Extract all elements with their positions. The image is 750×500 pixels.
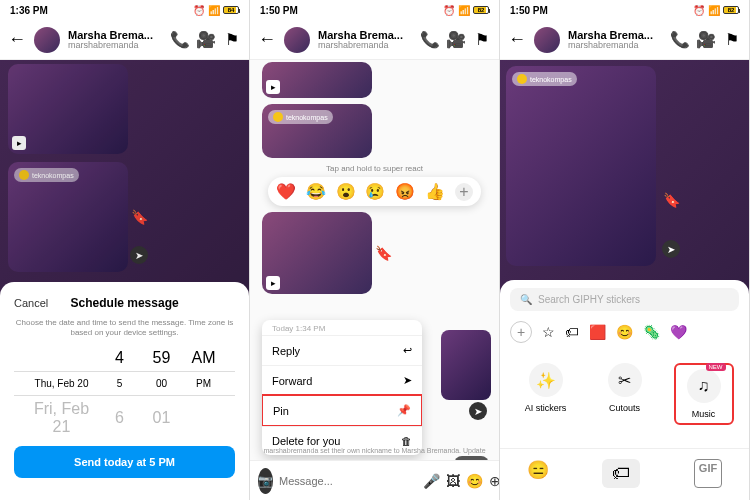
share-button[interactable]: ➤: [469, 402, 487, 420]
name-block[interactable]: Marsha Brema... marshabremanda: [318, 29, 413, 51]
name-block[interactable]: Marsha Brema... marshabremanda: [568, 29, 663, 51]
category-emoji-icon[interactable]: 😊: [616, 324, 633, 340]
share-button[interactable]: ➤: [662, 240, 680, 258]
flag-button[interactable]: ⚑: [473, 31, 491, 49]
reaction-sad[interactable]: 😢: [365, 182, 385, 201]
picker-row-selected[interactable]: Thu, Feb 20 5 00 PM: [14, 371, 235, 396]
forward-icon: ➤: [403, 374, 412, 387]
video-call-button[interactable]: 🎥: [197, 31, 215, 49]
add-button[interactable]: ⊕: [489, 473, 500, 489]
tab-gif[interactable]: GIF: [694, 459, 722, 488]
flag-button[interactable]: ⚑: [723, 31, 741, 49]
category-love-icon[interactable]: 💜: [670, 324, 687, 340]
category-nature-icon[interactable]: 🦠: [643, 324, 660, 340]
reel-message[interactable]: teknokompas: [262, 104, 372, 158]
category-star-icon[interactable]: ☆: [542, 324, 555, 340]
video-call-button[interactable]: 🎥: [697, 31, 715, 49]
sparkle-icon: ✨: [529, 363, 563, 397]
status-right: ⏰ 📶 82: [693, 5, 739, 16]
sticker-button[interactable]: 😊: [466, 473, 483, 489]
picker-row-prev[interactable]: 4 59 AM: [14, 349, 235, 367]
tab-avatar[interactable]: 😑: [527, 459, 549, 488]
drawer-tabs: 😑 🏷 GIF: [500, 448, 749, 500]
category-color-icon[interactable]: 🟥: [589, 324, 606, 340]
call-button[interactable]: 📞: [421, 31, 439, 49]
schedule-sheet: Cancel Schedule message Choose the date …: [0, 282, 249, 500]
status-bar: 1:50 PM ⏰ 📶 82: [500, 0, 749, 20]
clock: 1:50 PM: [510, 5, 548, 16]
reel-icon: ▸: [266, 80, 280, 94]
bookmark-icon[interactable]: 🔖: [375, 245, 392, 261]
display-name: Marsha Brema...: [68, 29, 163, 41]
flag-button[interactable]: ⚑: [223, 31, 241, 49]
context-timestamp: Today 1:34 PM: [262, 320, 422, 335]
system-message: marshabremanda set their own nickname to…: [250, 447, 499, 454]
message-composer: 📷 🎤 🖼 😊 ⊕: [250, 460, 499, 500]
reel-message-selected[interactable]: ▸ 🔖: [262, 212, 372, 294]
gallery-button[interactable]: 🖼: [446, 473, 460, 489]
add-category-button[interactable]: +: [510, 321, 532, 343]
reel-message[interactable]: ▸: [262, 62, 372, 98]
bookmark-icon[interactable]: 🔖: [663, 192, 680, 208]
status-right: ⏰ 📶 84: [193, 5, 239, 16]
username: marshabremanda: [318, 41, 413, 51]
feature-ai-stickers[interactable]: ✨ AI stickers: [516, 363, 576, 425]
camera-button[interactable]: 📷: [258, 468, 273, 494]
reply-icon: ↩: [403, 344, 412, 357]
reel-message[interactable]: teknokompas 🔖 ➤: [8, 162, 128, 272]
category-sticker-icon[interactable]: 🏷: [565, 324, 579, 340]
avatar[interactable]: [284, 27, 310, 53]
alarm-icon: ⏰: [193, 5, 205, 16]
call-button[interactable]: 📞: [171, 31, 189, 49]
avatar[interactable]: [34, 27, 60, 53]
feature-cutouts[interactable]: ✂ Cutouts: [595, 363, 655, 425]
wifi-icon: 📶: [208, 5, 220, 16]
bookmark-icon[interactable]: 🔖: [131, 209, 148, 225]
search-placeholder: Search GIPHY stickers: [538, 294, 640, 305]
feature-music[interactable]: NEW ♫ Music: [674, 363, 734, 425]
call-button[interactable]: 📞: [671, 31, 689, 49]
mic-button[interactable]: 🎤: [423, 473, 440, 489]
battery-icon: 84: [223, 6, 239, 14]
reaction-angry[interactable]: 😡: [395, 182, 415, 201]
reaction-hint: Tap and hold to super react: [250, 164, 499, 173]
reaction-bar: ❤️ 😂 😮 😢 😡 👍 +: [268, 177, 481, 206]
picker-hour: 5: [106, 378, 134, 389]
scissors-icon: ✂: [608, 363, 642, 397]
share-button[interactable]: ➤: [130, 246, 148, 264]
sticker-search[interactable]: 🔍 Search GIPHY stickers: [510, 288, 739, 311]
cancel-button[interactable]: Cancel: [14, 297, 48, 309]
picker-ampm: PM: [190, 378, 218, 389]
video-call-button[interactable]: 🎥: [447, 31, 465, 49]
reaction-add-button[interactable]: +: [455, 183, 473, 201]
reel-thumb[interactable]: ➤: [441, 330, 491, 400]
alarm-icon: ⏰: [693, 5, 705, 16]
reel-message[interactable]: teknokompas 🔖 ➤: [506, 66, 656, 266]
send-scheduled-button[interactable]: Send today at 5 PM: [14, 446, 235, 478]
reel-message[interactable]: ▸: [8, 64, 128, 154]
display-name: Marsha Brema...: [318, 29, 413, 41]
chat-header: ← Marsha Brema... marshabremanda 📞 🎥 ⚑: [0, 20, 249, 60]
chat-header: ← Marsha Brema... marshabremanda 📞 🎥 ⚑: [250, 20, 499, 60]
phone-pin-message: 1:50 PM ⏰ 📶 82 ← Marsha Brema... marshab…: [250, 0, 500, 500]
avatar[interactable]: [534, 27, 560, 53]
back-button[interactable]: ←: [508, 29, 526, 50]
tab-stickers[interactable]: 🏷: [602, 459, 640, 488]
menu-reply[interactable]: Reply ↩: [262, 335, 422, 365]
menu-forward[interactable]: Forward ➤: [262, 365, 422, 395]
reaction-wow[interactable]: 😮: [336, 182, 356, 201]
phone-sticker-music: 1:50 PM ⏰ 📶 82 ← Marsha Brema... marshab…: [500, 0, 750, 500]
status-right: ⏰ 📶 82: [443, 5, 489, 16]
pin-icon: 📌: [397, 404, 411, 417]
feature-row: ✨ AI stickers ✂ Cutouts NEW ♫ Music: [500, 347, 749, 435]
picker-row-next[interactable]: Fri, Feb 21 6 01: [14, 400, 235, 436]
reaction-thumbsup[interactable]: 👍: [425, 182, 445, 201]
reaction-heart[interactable]: ❤️: [276, 182, 296, 201]
reaction-laugh[interactable]: 😂: [306, 182, 326, 201]
back-button[interactable]: ←: [258, 29, 276, 50]
message-input[interactable]: [279, 475, 417, 487]
back-button[interactable]: ←: [8, 29, 26, 50]
menu-pin[interactable]: Pin 📌: [262, 394, 422, 427]
name-block[interactable]: Marsha Brema... marshabremanda: [68, 29, 163, 51]
battery-icon: 82: [723, 6, 739, 14]
